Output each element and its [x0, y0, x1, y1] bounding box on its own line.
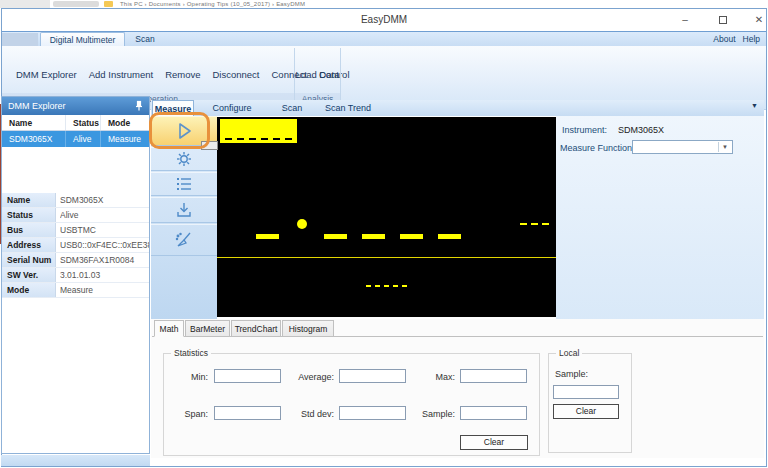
prop-value: USB0::0xF4EC::0xEE38::... — [60, 238, 149, 252]
dmm-explorer-button[interactable]: DMM Explorer — [10, 64, 83, 85]
prop-label: Bus — [2, 223, 56, 237]
min-label: Min: — [166, 370, 208, 384]
remove-button[interactable]: Remove — [159, 64, 206, 85]
instrument-list-header: Name Status Mode — [2, 115, 149, 131]
row-status: Alive — [66, 131, 101, 147]
add-instrument-button[interactable]: Add Instrument — [83, 64, 159, 85]
tab-digital-multimeter[interactable]: Digital Multimeter — [40, 32, 125, 46]
dropdown-arrow-icon[interactable]: ▼ — [718, 142, 731, 152]
tab-scan-data[interactable]: Scan Data — [271, 100, 313, 116]
titlebar: EasyDMM – ✕ — [2, 9, 766, 31]
reading-dash — [324, 234, 347, 239]
menubar: Digital Multimeter Scan AboutHelp — [2, 31, 766, 46]
tab-histogram[interactable]: Histogram — [282, 320, 334, 336]
property-row: Address USB0::0xF4EC::0xEE38::... — [2, 238, 149, 253]
tab-trendchart[interactable]: TrendChart — [231, 320, 281, 336]
property-row: Status Alive — [2, 208, 149, 223]
tabstrip-overflow-icon[interactable]: ▼ — [751, 102, 758, 109]
save-data-button[interactable] — [151, 197, 217, 223]
panel-title: DMM Explorer — [8, 101, 66, 111]
close-button[interactable]: ✕ — [744, 12, 768, 28]
statistics-clear-button[interactable]: Clear — [460, 435, 528, 450]
help-link[interactable]: Help — [743, 34, 760, 44]
prop-value: Measure — [60, 283, 149, 297]
unit-dash — [520, 223, 527, 225]
property-row: SW Ver. 3.01.01.03 — [2, 268, 149, 283]
tab-configure-channels[interactable]: Configure Channels — [197, 100, 267, 116]
tab-barmeter[interactable]: BarMeter — [185, 320, 230, 336]
property-row: Mode Measure — [2, 283, 149, 298]
display-banner — [220, 119, 297, 143]
tab-scan-trend-chart[interactable]: Scan Trend Chart — [317, 100, 379, 116]
statistics-group: Statistics Min: Average: Max: Span: Std … — [163, 353, 540, 456]
col-status[interactable]: Status — [66, 115, 101, 130]
row-mode: Measure — [101, 131, 149, 147]
meter-display — [217, 117, 556, 317]
max-input[interactable] — [460, 369, 527, 383]
data-list-button[interactable] — [151, 172, 217, 196]
std-dev-input[interactable] — [339, 406, 406, 420]
menu-right: AboutHelp — [706, 32, 760, 47]
secondary-dash — [375, 285, 380, 287]
span-label: Span: — [166, 407, 208, 421]
local-clear-button[interactable]: Clear — [553, 404, 619, 419]
tab-math[interactable]: Math — [154, 320, 184, 337]
measure-function-select[interactable]: ▼ — [632, 140, 733, 154]
max-label: Max: — [412, 370, 455, 384]
menu-stub — [2, 33, 38, 47]
secondary-dash — [393, 285, 398, 287]
sample-input[interactable] — [460, 406, 527, 420]
instrument-value: SDM3065X — [618, 125, 664, 135]
gear-icon — [175, 150, 193, 168]
prop-label: SW Ver. — [2, 268, 56, 282]
local-sample-label: Sample: — [555, 367, 595, 381]
span-input[interactable] — [214, 406, 281, 420]
col-mode[interactable]: Mode — [101, 115, 149, 130]
property-row: Name SDM3065X — [2, 193, 149, 208]
reading-decimal-dot — [297, 219, 307, 229]
tab-scan[interactable]: Scan — [128, 32, 162, 46]
configure-button[interactable] — [151, 147, 217, 171]
prop-label: Serial Num — [2, 253, 56, 267]
disconnect-button[interactable]: Disconnect — [207, 64, 266, 85]
broom-icon — [174, 230, 194, 250]
banner-dash — [261, 138, 268, 140]
panel-header: DMM Explorer — [2, 97, 149, 115]
properties-table: Name SDM3065X Status Alive Bus USBTMC Ad… — [2, 193, 149, 298]
average-input[interactable] — [339, 369, 406, 383]
property-row: Bus USBTMC — [2, 223, 149, 238]
instrument-row-sdm3065x[interactable]: SDM3065X Alive Measure — [2, 131, 149, 147]
prop-label: Mode — [2, 283, 56, 297]
property-row: Serial Num SDM36FAX1R0084 — [2, 253, 149, 268]
local-sample-input[interactable] — [553, 385, 619, 399]
prop-value: Alive — [60, 208, 149, 222]
prop-value: SDM3065X — [60, 193, 149, 207]
local-group-label: Local — [556, 348, 582, 358]
min-input[interactable] — [214, 369, 281, 383]
maximize-icon — [719, 16, 727, 24]
background-block — [0, 0, 50, 8]
maximize-button[interactable] — [708, 12, 738, 28]
prop-value: 3.01.01.03 — [60, 268, 149, 282]
prop-value: SDM36FAX1R0084 — [60, 253, 149, 267]
background-toolbar-fragment — [53, 1, 99, 7]
statistics-group-label: Statistics — [171, 348, 211, 358]
load-data-button[interactable]: Load Data — [290, 64, 346, 85]
math-tab-content: Statistics Min: Average: Max: Span: Std … — [152, 336, 763, 456]
breadcrumb: This PC › Documents › Operating Tips (10… — [120, 0, 305, 8]
panel-bottom-strip — [1, 455, 150, 466]
measure-tabstrip: Measure Configure Channels Scan Data Sca… — [151, 100, 764, 116]
secondary-dash — [384, 285, 389, 287]
minimize-button[interactable]: – — [670, 12, 700, 28]
instrument-panel: Instrument: SDM3065X Measure Function ▼ — [556, 116, 764, 327]
col-name[interactable]: Name — [2, 115, 66, 130]
display-separator-line — [217, 257, 556, 258]
sample-label: Sample: — [412, 407, 455, 421]
clear-button[interactable] — [151, 224, 217, 256]
about-link[interactable]: About — [713, 34, 735, 44]
unit-dash — [531, 223, 538, 225]
prop-label: Address — [2, 238, 56, 252]
banner-dash — [249, 138, 256, 140]
pin-icon[interactable] — [133, 100, 145, 112]
secondary-dash — [402, 285, 407, 287]
